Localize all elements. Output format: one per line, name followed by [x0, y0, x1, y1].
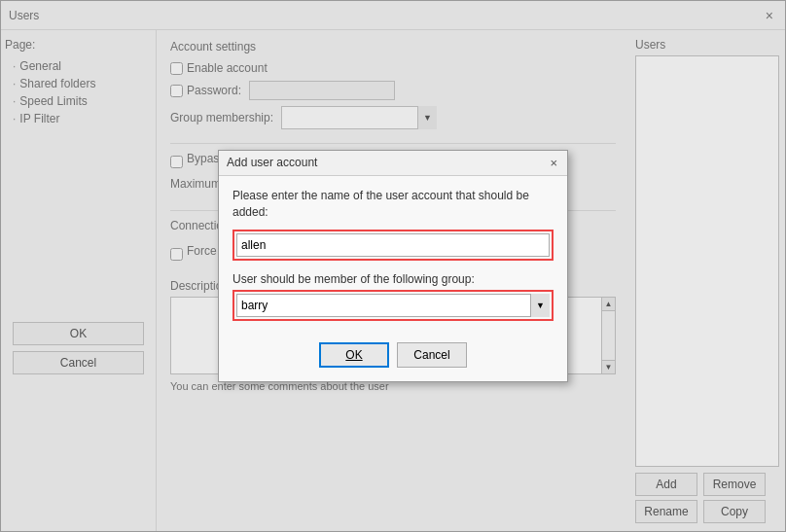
modal-group-label: User should be member of the following g… — [232, 272, 554, 286]
modal-group-section: User should be member of the following g… — [232, 272, 554, 321]
modal-body: Please enter the name of the user accoun… — [219, 176, 567, 336]
modal-cancel-button[interactable]: Cancel — [397, 342, 467, 368]
modal-name-input-group — [232, 230, 554, 261]
modal-select-group: barry ▼ — [232, 290, 554, 321]
modal-title-bar: Add user account × — [219, 151, 567, 176]
main-window: Users × Page: General Shared folders Spe… — [0, 0, 786, 532]
modal-ok-button[interactable]: OK — [319, 342, 389, 368]
modal-close-button[interactable]: × — [548, 156, 559, 170]
modal-overlay: Add user account × Please enter the name… — [1, 1, 785, 531]
add-user-dialog: Add user account × Please enter the name… — [218, 150, 568, 383]
modal-select-wrapper: barry ▼ — [236, 294, 550, 317]
modal-group-select[interactable]: barry — [236, 294, 550, 317]
modal-name-input[interactable] — [236, 233, 550, 257]
modal-footer: OK Cancel — [219, 335, 567, 381]
modal-description: Please enter the name of the user accoun… — [232, 188, 554, 221]
modal-title: Add user account — [227, 156, 317, 169]
